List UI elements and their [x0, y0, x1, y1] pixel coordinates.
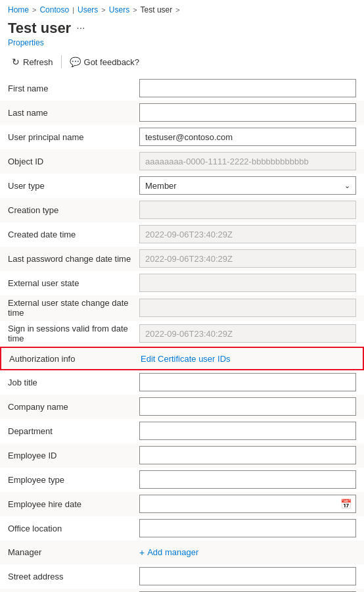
breadcrumb: Home > Contoso | Users > Users > Test us… [0, 0, 364, 17]
field-value-company-name[interactable] [139, 397, 356, 416]
field-label-creation-type: Creation type [8, 205, 139, 215]
field-value-external-user-state-change-date-time [139, 299, 356, 317]
field-label-user-principal-name: User principal name [8, 132, 139, 142]
field-value-first-name[interactable] [139, 79, 356, 97]
add-manager-label: Add manager [147, 547, 198, 557]
field-value-street-address[interactable] [139, 567, 356, 585]
input-job-title[interactable] [139, 373, 356, 391]
date-input-employee-hire-date[interactable] [140, 495, 336, 512]
plus-icon: + [139, 547, 145, 558]
field-value-manager[interactable]: + Add manager [139, 547, 356, 558]
form-row: Employee ID [0, 443, 364, 468]
form-row: Employee hire date📅 [0, 492, 364, 516]
form-row: User principal name [0, 125, 364, 149]
form-row: Last password change date time [0, 247, 364, 271]
field-value-employee-type[interactable] [139, 470, 356, 489]
field-label-employee-type: Employee type [8, 475, 139, 485]
field-value-created-date-time [139, 225, 356, 243]
form-row: Authorization infoEdit Certificate user … [0, 347, 364, 370]
input-company-name[interactable] [139, 397, 356, 416]
field-value-last-password-change-date-time [139, 249, 356, 268]
input-employee-id[interactable] [139, 446, 356, 464]
refresh-label: Refresh [23, 57, 53, 67]
page-subtitle[interactable]: Properties [8, 38, 356, 47]
field-value-office-location[interactable] [139, 519, 356, 537]
field-label-manager: Manager [8, 547, 139, 557]
select-wrapper-user-type[interactable]: MemberGuest⌄ [139, 176, 356, 195]
form-row: Company name [0, 395, 364, 419]
feedback-label: Got feedback? [84, 57, 140, 67]
field-value-object-id [139, 152, 356, 170]
readonly-last-password-change-date-time [139, 249, 356, 268]
form-row: Department [0, 419, 364, 443]
readonly-external-user-state-change-date-time [139, 299, 356, 317]
field-label-created-date-time: Created date time [8, 230, 139, 239]
input-first-name[interactable] [139, 79, 356, 97]
input-last-name[interactable] [139, 103, 356, 122]
breadcrumb-sep-2: | [72, 6, 74, 14]
breadcrumb-testuser: Test user [141, 5, 173, 14]
breadcrumb-sep-3: > [101, 6, 105, 14]
more-options-icon[interactable]: ··· [76, 22, 85, 34]
field-value-user-type[interactable]: MemberGuest⌄ [139, 176, 356, 195]
field-label-authorization-info: Authorization info [9, 354, 141, 364]
toolbar: ↻ Refresh 💬 Got feedback? [0, 50, 364, 74]
form-row: Object ID [0, 149, 364, 174]
field-label-first-name: First name [8, 84, 139, 93]
breadcrumb-sep-1: > [32, 6, 36, 14]
feedback-button[interactable]: 💬 Got feedback? [66, 54, 144, 70]
form-row: External user state change date time [0, 295, 364, 321]
refresh-icon: ↻ [12, 57, 20, 67]
form-row: Sign in sessions valid from date time [0, 321, 364, 347]
form-row: City [0, 589, 364, 592]
breadcrumb-users1[interactable]: Users [78, 5, 98, 14]
page-title: Test user [8, 20, 71, 37]
field-label-company-name: Company name [8, 402, 139, 412]
add-manager-link[interactable]: + Add manager [139, 547, 356, 558]
form-row: Last name [0, 101, 364, 125]
field-label-object-id: Object ID [8, 157, 139, 166]
field-value-user-principal-name[interactable] [139, 128, 356, 146]
field-value-job-title[interactable] [139, 373, 356, 391]
date-wrapper[interactable]: 📅 [139, 495, 356, 513]
readonly-created-date-time [139, 225, 356, 243]
form-row: Street address [0, 564, 364, 589]
field-label-external-user-state: External user state [8, 278, 139, 288]
breadcrumb-users2[interactable]: Users [109, 5, 129, 14]
input-department[interactable] [139, 422, 356, 440]
readonly-creation-type [139, 201, 356, 219]
calendar-icon[interactable]: 📅 [336, 499, 355, 509]
field-label-last-password-change-date-time: Last password change date time [8, 254, 139, 264]
edit-certificate-link[interactable]: Edit Certificate user IDs [141, 354, 231, 364]
form-row: Created date time [0, 222, 364, 247]
breadcrumb-contoso[interactable]: Contoso [39, 5, 69, 14]
refresh-button[interactable]: ↻ Refresh [8, 54, 57, 70]
readonly-external-user-state [139, 274, 356, 292]
form-row: Creation type [0, 198, 364, 222]
field-value-last-name[interactable] [139, 103, 356, 122]
input-user-principal-name[interactable] [139, 128, 356, 146]
form-row: External user state [0, 271, 364, 295]
form-row: Job title [0, 370, 364, 395]
field-label-employee-id: Employee ID [8, 451, 139, 460]
input-office-location[interactable] [139, 519, 356, 537]
field-label-office-location: Office location [8, 524, 139, 533]
breadcrumb-home[interactable]: Home [8, 5, 29, 14]
field-label-street-address: Street address [8, 572, 139, 581]
field-value-employee-id[interactable] [139, 446, 356, 464]
form-container: First nameLast nameUser principal nameOb… [0, 74, 364, 592]
select-user-type[interactable]: MemberGuest [140, 177, 355, 194]
field-value-external-user-state [139, 274, 356, 292]
form-row: Employee type [0, 468, 364, 492]
field-label-user-type: User type [8, 181, 139, 191]
field-value-authorization-info[interactable]: Edit Certificate user IDs [141, 354, 355, 364]
breadcrumb-sep-4: > [133, 6, 137, 14]
field-value-department[interactable] [139, 422, 356, 440]
field-label-sign-in-sessions-valid-from-date-time: Sign in sessions valid from date time [8, 324, 139, 343]
field-label-job-title: Job title [8, 378, 139, 387]
form-row: First name [0, 76, 364, 101]
field-value-employee-hire-date[interactable]: 📅 [139, 495, 356, 513]
field-value-sign-in-sessions-valid-from-date-time [139, 324, 356, 343]
input-employee-type[interactable] [139, 470, 356, 489]
input-street-address[interactable] [139, 567, 356, 585]
